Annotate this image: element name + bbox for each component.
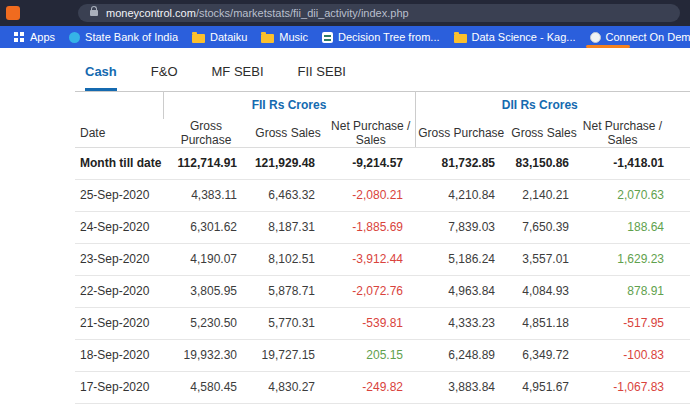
bookmark-item[interactable]: State Bank of India — [63, 26, 184, 48]
bookmark-item[interactable]: Music — [255, 26, 314, 48]
column-header: Gross Sales — [507, 119, 581, 148]
bookmark-item[interactable]: Data Science - Kag... — [448, 26, 582, 48]
value-cell: 4,190.07 — [163, 243, 249, 275]
table-row: 22-Sep-20203,805.955,878.71-2,072.764,96… — [75, 275, 690, 307]
value-cell: -1,418.01 — [581, 147, 690, 179]
value-cell: 83,150.86 — [507, 147, 581, 179]
value-cell: 112,714.91 — [163, 147, 249, 179]
column-header: Gross Purchase — [163, 119, 249, 148]
table-row: 23-Sep-20204,190.078,102.51-3,912.445,18… — [75, 243, 690, 275]
value-cell: 4,580.45 — [163, 371, 249, 403]
value-cell: 4,084.93 — [507, 275, 581, 307]
value-cell: -9,214.57 — [327, 147, 415, 179]
table-row: 21-Sep-20205,230.505,770.31-539.814,333.… — [75, 307, 690, 339]
dii-group-header: DII Rs Crores — [415, 92, 690, 119]
bookmark-label: Data Science - Kag... — [472, 31, 576, 43]
date-cell: 25-Sep-2020 — [75, 179, 163, 211]
value-cell: 4,963.84 — [415, 275, 507, 307]
globe-icon — [590, 32, 601, 43]
tab-cash[interactable]: Cash — [85, 64, 117, 91]
bank-icon — [69, 32, 80, 43]
value-cell: 3,805.95 — [163, 275, 249, 307]
url-domain: moneycontrol.com — [106, 7, 196, 19]
bookmark-item[interactable]: Dataiku — [186, 26, 253, 48]
value-cell: 19,932.30 — [163, 339, 249, 371]
value-cell: 81,732.85 — [415, 147, 507, 179]
value-cell: 5,230.50 — [163, 307, 249, 339]
extension-icon[interactable] — [6, 6, 20, 20]
browser-topbar: moneycontrol.com/stocks/marketstats/fii_… — [0, 0, 690, 26]
date-cell: 22-Sep-2020 — [75, 275, 163, 307]
fii-dii-table: FII Rs Crores DII Rs Crores Date Gross P… — [75, 91, 690, 420]
bookmarks-bar: AppsState Bank of IndiaDataikuMusicDecis… — [0, 26, 690, 48]
fii-dii-table-body: Month till date112,714.91121,929.48-9,21… — [75, 147, 690, 420]
value-cell: 19,727.15 — [249, 339, 327, 371]
value-cell: 7,839.03 — [415, 211, 507, 243]
value-cell: -517.95 — [581, 307, 690, 339]
fii-group-header: FII Rs Crores — [163, 92, 415, 119]
table-row: 24-Sep-20206,301.628,187.31-1,885.697,83… — [75, 211, 690, 243]
table-row: 18-Sep-202019,932.3019,727.15205.156,248… — [75, 339, 690, 371]
value-cell: 878.91 — [581, 275, 690, 307]
column-header: Gross Sales — [249, 119, 327, 148]
page-content: Cash F&O MF SEBI FII SEBI FII Rs Crores … — [0, 48, 690, 420]
value-cell: 3,557.01 — [507, 243, 581, 275]
folder-icon — [454, 34, 467, 43]
document-icon — [322, 32, 333, 43]
market-tabs: Cash F&O MF SEBI FII SEBI — [0, 48, 690, 91]
url-text: moneycontrol.com/stocks/marketstats/fii_… — [106, 7, 409, 19]
date-cell: 18-Sep-2020 — [75, 339, 163, 371]
value-cell: 205.15 — [327, 339, 415, 371]
column-header: Net Purchase / Sales — [581, 119, 690, 148]
value-cell: 4,333.23 — [415, 307, 507, 339]
bookmark-label: Dataiku — [210, 31, 247, 43]
tab-fii-sebi[interactable]: FII SEBI — [298, 64, 346, 91]
table-row: 25-Sep-20204,383.116,463.32-2,080.214,21… — [75, 179, 690, 211]
lock-icon[interactable] — [90, 10, 98, 16]
value-cell: 1,629.23 — [581, 243, 690, 275]
table-row: 17-Sep-20204,580.454,830.27-249.823,883.… — [75, 371, 690, 403]
value-cell: 121,929.48 — [249, 147, 327, 179]
value-cell: 188.64 — [581, 211, 690, 243]
partial-row — [75, 403, 690, 420]
column-header: Net Purchase / Sales — [327, 119, 415, 148]
value-cell: 7,650.39 — [507, 211, 581, 243]
bookmark-label: Decision Tree from... — [338, 31, 439, 43]
bookmark-label: Apps — [30, 31, 55, 43]
value-cell: 6,248.89 — [415, 339, 507, 371]
value-cell: 2,140.21 — [507, 179, 581, 211]
browser-window: moneycontrol.com/stocks/marketstats/fii_… — [0, 0, 690, 420]
date-cell: 17-Sep-2020 — [75, 371, 163, 403]
url-path: /stocks/marketstats/fii_dii_activity/ind… — [196, 7, 409, 19]
bookmark-label: Connect On Demand — [606, 31, 690, 43]
bookmark-item[interactable]: Decision Tree from... — [316, 26, 445, 48]
date-cell: 23-Sep-2020 — [75, 243, 163, 275]
value-cell: -3,912.44 — [327, 243, 415, 275]
value-cell: -2,080.21 — [327, 179, 415, 211]
value-cell: 4,830.27 — [249, 371, 327, 403]
tab-fo[interactable]: F&O — [151, 64, 178, 91]
value-cell: -249.82 — [327, 371, 415, 403]
value-cell: 6,463.32 — [249, 179, 327, 211]
value-cell: -539.81 — [327, 307, 415, 339]
address-bar[interactable]: moneycontrol.com/stocks/marketstats/fii_… — [78, 4, 680, 22]
value-cell: 4,383.11 — [163, 179, 249, 211]
value-cell: 4,210.84 — [415, 179, 507, 211]
bookmark-item[interactable]: Apps — [8, 26, 61, 48]
bookmark-label: State Bank of India — [85, 31, 178, 43]
table-row: Month till date112,714.91121,929.48-9,21… — [75, 147, 690, 179]
tab-mf-sebi[interactable]: MF SEBI — [212, 64, 264, 91]
folder-icon — [192, 34, 205, 43]
value-cell: 8,187.31 — [249, 211, 327, 243]
value-cell: 4,851.18 — [507, 307, 581, 339]
date-cell: Month till date — [75, 147, 163, 179]
group-header-row: FII Rs Crores DII Rs Crores — [75, 92, 690, 119]
bookmark-label: Music — [279, 31, 308, 43]
value-cell: 3,883.84 — [415, 371, 507, 403]
bookmark-item[interactable]: Connect On Demand — [584, 26, 690, 48]
value-cell: 5,770.31 — [249, 307, 327, 339]
folder-icon — [261, 34, 274, 43]
value-cell: 5,186.24 — [415, 243, 507, 275]
value-cell: -2,072.76 — [327, 275, 415, 307]
value-cell: 4,951.67 — [507, 371, 581, 403]
